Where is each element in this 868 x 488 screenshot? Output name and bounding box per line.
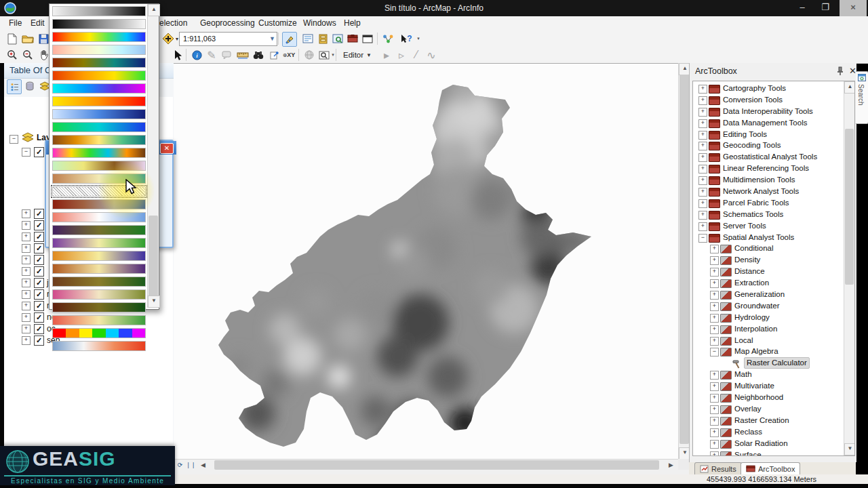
dropdown-scroll-up-icon[interactable]: ▲	[148, 4, 160, 16]
color-ramp-option-11[interactable]	[52, 148, 146, 158]
zoom-out-icon[interactable]	[21, 48, 35, 62]
tree-item-label[interactable]: Local	[732, 336, 755, 346]
menu-file[interactable]: File	[5, 16, 25, 30]
layer-expander[interactable]: +	[22, 290, 31, 299]
map-canvas[interactable]	[174, 63, 678, 460]
color-ramp-option-19[interactable]	[52, 251, 146, 261]
list-by-drawing-order-button[interactable]	[7, 79, 22, 94]
layer-visibility-checkbox[interactable]: ✓	[34, 336, 44, 346]
list-by-source-button[interactable]	[23, 79, 37, 93]
tree-expander[interactable]: +	[710, 245, 719, 253]
map-hscroll-thumb[interactable]	[214, 460, 659, 470]
pan-hand-icon[interactable]	[37, 48, 50, 62]
color-ramp-option-26[interactable]	[52, 341, 146, 351]
arctoolbox-tree-row[interactable]: +Data Management Tools	[693, 117, 844, 129]
arctoolbox-window-button[interactable]	[346, 32, 359, 45]
layer-expander[interactable]: +	[22, 302, 31, 310]
arctoolbox-tree-row[interactable]: +Hydrology	[693, 312, 844, 323]
layer-visibility-checkbox[interactable]: ✓	[34, 209, 44, 219]
tree-expander[interactable]: +	[698, 96, 707, 105]
dropdown-scroll-thumb[interactable]	[149, 216, 158, 298]
layer-visibility-checkbox[interactable]: ✓	[34, 255, 44, 265]
layer-visibility-checkbox[interactable]: ✓	[34, 232, 44, 242]
tree-expander[interactable]: +	[698, 142, 707, 150]
close-button[interactable]: ×	[840, 0, 867, 16]
tree-expander[interactable]: +	[710, 268, 719, 277]
python-window-button[interactable]	[361, 32, 374, 45]
tree-item-label[interactable]: Neighborhood	[732, 392, 785, 403]
color-ramp-option-21[interactable]	[52, 277, 146, 287]
layer-expander[interactable]: +	[22, 279, 31, 287]
tree-expander[interactable]: +	[698, 165, 707, 174]
tree-item-label[interactable]: Surface	[732, 450, 764, 457]
color-ramp-option-25[interactable]	[52, 328, 146, 338]
color-ramp-option-18[interactable]	[52, 238, 146, 248]
tree-item-label[interactable]: Linear Referencing Tools	[721, 163, 811, 174]
tree-expander[interactable]: +	[710, 302, 719, 311]
zoom-in-icon[interactable]	[5, 48, 19, 62]
refresh-view-icon[interactable]: ⟳	[175, 460, 185, 470]
color-ramp-option-7[interactable]	[52, 96, 146, 106]
arctoolbox-tree-row[interactable]: +Multidimension Tools	[693, 174, 844, 186]
tree-expander[interactable]: +	[698, 222, 707, 231]
arctoolbox-tree-row[interactable]: +Geocoding Tools	[693, 140, 844, 151]
tab-arctoolbox[interactable]: ArcToolbox	[741, 462, 800, 474]
layer-visibility-checkbox[interactable]: ✓	[34, 220, 44, 230]
color-ramp-option-17[interactable]	[52, 225, 146, 235]
layer-visibility-checkbox[interactable]: ✓	[34, 289, 44, 300]
dropdown-scroll-down-icon[interactable]: ▼	[148, 296, 160, 308]
whats-this-button[interactable]: ?	[397, 32, 415, 45]
tree-expander[interactable]: +	[710, 440, 719, 449]
search-side-tab[interactable]: Search	[856, 71, 868, 124]
arctoolbox-tree-row[interactable]: −Map Algebra	[693, 346, 844, 357]
tree-item-label[interactable]: Conditional	[732, 243, 776, 253]
layer-expander[interactable]: +	[22, 325, 31, 333]
select-elements-arrow[interactable]	[171, 48, 184, 62]
measure-icon[interactable]	[236, 48, 250, 62]
tree-item-label[interactable]: Geocoding Tools	[721, 140, 783, 150]
tree-item-label[interactable]: Spatial Analyst Tools	[721, 232, 796, 243]
xy-tool[interactable]: ⊕XY	[281, 48, 297, 62]
tree-scroll-thumb[interactable]	[845, 129, 854, 285]
tree-expander[interactable]: +	[710, 382, 719, 391]
arctoolbox-tree-row[interactable]: +Conditional	[693, 243, 844, 254]
color-ramp-option-5[interactable]	[52, 70, 146, 81]
arctoolbox-tree-row[interactable]: +Multivariate	[693, 380, 844, 392]
tree-expander[interactable]: +	[710, 337, 719, 346]
tree-item-label[interactable]: Overlay	[732, 404, 764, 414]
color-ramp-option-24[interactable]	[52, 315, 146, 325]
tree-expander[interactable]: −	[710, 348, 719, 357]
tree-expander[interactable]: +	[698, 199, 707, 208]
tree-expander[interactable]: +	[710, 417, 719, 426]
tree-item-label[interactable]: Math	[732, 369, 754, 380]
tree-item-label[interactable]: Editing Tools	[721, 129, 769, 140]
layers-expander[interactable]: −	[9, 135, 18, 144]
tree-item-label[interactable]: Groundwater	[732, 301, 781, 311]
layer-expander[interactable]: +	[22, 267, 31, 276]
tree-item-label[interactable]: Cartography Tools	[721, 83, 788, 94]
tree-expander[interactable]: +	[698, 131, 707, 140]
layer-expander[interactable]: +	[22, 336, 31, 345]
add-data-button[interactable]	[161, 32, 175, 45]
map-horizontal-scrollbar[interactable]: ⟳ ❘❘ ◀ ▶	[174, 459, 678, 470]
color-ramp-option-9[interactable]	[52, 122, 146, 132]
minimize-button[interactable]: –	[792, 0, 812, 16]
arctoolbox-tree-row[interactable]: +Raster Creation	[693, 415, 844, 426]
tree-expander[interactable]: +	[710, 451, 719, 457]
menu-edit[interactable]: Edit	[27, 16, 48, 30]
arctoolbox-tree-row[interactable]: +Editing Tools	[693, 129, 844, 140]
tree-expander[interactable]: +	[710, 256, 719, 265]
arctoolbox-tree-row[interactable]: +Distance	[693, 266, 844, 277]
arctoolbox-tree-row[interactable]: +Geostatistical Analyst Tools	[693, 151, 844, 163]
tree-item-label[interactable]: Density	[732, 255, 762, 265]
color-ramp-option-6[interactable]	[52, 83, 146, 94]
tree-item-label[interactable]: Multidimension Tools	[721, 175, 797, 185]
layer-expander[interactable]: +	[22, 244, 31, 253]
color-ramp-option-8[interactable]	[52, 109, 146, 119]
layer-expander[interactable]: +	[22, 232, 31, 241]
search-window-button[interactable]	[331, 32, 344, 45]
find-binoculars-icon[interactable]	[252, 48, 265, 62]
arctoolbox-tree-row[interactable]: +Linear Referencing Tools	[693, 163, 844, 174]
tree-expander[interactable]: +	[710, 405, 719, 414]
tree-expander[interactable]: +	[710, 325, 719, 334]
